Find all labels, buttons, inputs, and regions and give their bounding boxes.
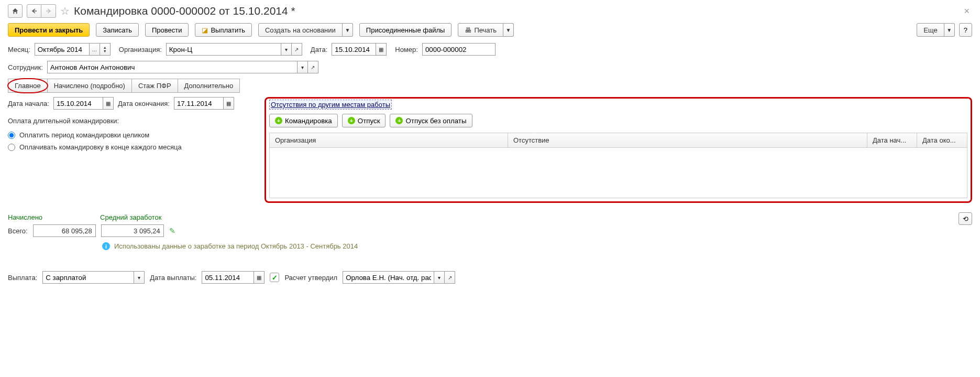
create-based-on-button[interactable]: Создать на основании ▼ [258,23,353,37]
open-icon[interactable]: ↗ [292,43,302,56]
other-absences-panel: Отсутствия по другим местам работы + Ком… [265,97,972,203]
add-trip-button[interactable]: + Командировка [269,114,338,127]
spinner-icon[interactable]: ▲▼ [100,43,111,56]
refresh-button[interactable]: ⟲ [959,212,972,225]
open-icon[interactable]: ↗ [445,271,455,284]
tab-extra[interactable]: Дополнительно [178,79,240,93]
star-icon[interactable]: ☆ [60,5,70,17]
command-bar: Провести и закрыть Записать Провести ◪ В… [8,23,972,37]
table-body[interactable] [270,148,967,198]
help-button[interactable]: ? [959,23,972,37]
end-date-label: Дата окончания: [118,100,170,107]
date-input[interactable] [332,43,376,56]
printer-icon: 🖶 [465,26,471,34]
tab-main[interactable]: Главное [8,79,48,93]
post-and-close-button[interactable]: Провести и закрыть [8,23,90,37]
accrued-header: Начислено [8,213,42,221]
left-column: Дата начала: ▦ Дата окончания: ▦ Оплата … [8,97,257,155]
month-label: Месяц: [8,46,30,53]
radio-pay-monthly[interactable]: Оплачивать командировку в конце каждого … [8,143,257,151]
chevron-down-icon[interactable]: ▾ [134,271,145,284]
avg-header: Средний заработок [100,213,161,221]
open-icon[interactable]: ↗ [308,61,318,73]
arrow-right-icon [46,8,52,14]
plus-icon: + [395,117,403,124]
approver-input[interactable] [343,271,434,284]
end-date-input[interactable] [174,97,224,110]
tab-bar: Главное Начислено (подробно) Стаж ПФР До… [8,79,972,93]
title-bar: ☆ Командировка 0000-000002 от 15.10.2014… [8,4,972,18]
add-unpaid-button[interactable]: + Отпуск без оплаты [390,114,472,127]
header-row-2: Сотрудник: ▾ ↗ [8,61,972,73]
calendar-icon[interactable]: ▦ [224,97,234,110]
close-icon[interactable]: × [964,6,972,17]
chevron-down-icon[interactable]: ▾ [434,271,445,284]
post-button[interactable]: Провести [145,23,189,37]
other-absences-link[interactable]: Отсутствия по другим местам работы [269,100,392,110]
total-label: Всего: [8,227,28,235]
more-button[interactable]: Еще ▼ [917,23,954,37]
chevron-down-icon[interactable]: ▼ [944,23,955,37]
add-vacation-button[interactable]: + Отпуск [342,114,386,127]
totals-section: ⟲ Начислено Средний заработок Всего: 68 … [8,213,972,250]
total-value: 68 095,28 [33,224,96,237]
col-end: Дата око... [917,133,967,147]
employee-input[interactable] [47,61,298,73]
calendar-icon[interactable]: ▦ [254,271,265,284]
start-date-label: Дата начала: [8,100,49,107]
pay-button[interactable]: ◪ Выплатить [195,23,252,37]
plus-icon: + [348,117,355,124]
bottom-row: Выплата: ▾ Дата выплаты: ▦ ✓ Расчет утве… [8,271,972,284]
page-title: Командировка 0000-000002 от 15.10.2014 * [74,5,295,17]
number-label: Номер: [395,46,418,53]
calendar-icon[interactable]: ▦ [103,97,114,110]
chevron-down-icon[interactable]: ▼ [503,23,514,37]
chevron-down-icon[interactable]: ▾ [298,61,308,73]
avg-value: 3 095,24 [101,224,164,237]
chevron-down-icon[interactable]: ▼ [343,23,353,37]
payout-date-label: Дата выплаты: [150,274,196,282]
info-icon: i [102,242,110,250]
info-text: Использованы данные о заработке за перио… [114,242,358,250]
payout-date-input[interactable] [202,271,254,284]
date-label: Дата: [311,46,327,53]
chevron-down-icon[interactable]: ▾ [281,43,292,56]
forward-button[interactable] [41,4,56,18]
attachments-button[interactable]: Присоединенные файлы [359,23,452,37]
home-icon [12,7,19,15]
col-start: Дата нач... [867,133,917,147]
home-button[interactable] [8,4,23,18]
col-absence: Отсутствие [508,133,867,147]
tab-pension[interactable]: Стаж ПФР [132,79,178,93]
month-input[interactable] [35,43,90,56]
long-trip-label: Оплата длительной командировки: [8,117,257,125]
save-button[interactable]: Записать [96,23,139,37]
approved-checkbox[interactable]: ✓ [270,273,279,282]
payment-radio-group: Оплатить период командировки целиком Опл… [8,131,257,151]
back-button[interactable] [27,4,41,18]
tab-accrued[interactable]: Начислено (подробно) [48,79,132,93]
col-org: Организация [270,133,508,147]
absences-table: Организация Отсутствие Дата нач... Дата … [269,133,967,198]
plus-icon: + [275,117,282,124]
org-input[interactable] [166,43,281,56]
start-date-input[interactable] [53,97,103,110]
employee-label: Сотрудник: [8,63,43,71]
payout-label: Выплата: [8,274,37,282]
header-row-1: Месяц: … ▲▼ Организация: ▾ ↗ Дата: ▦ Ном… [8,43,972,56]
radio-pay-whole[interactable]: Оплатить период командировки целиком [8,131,257,139]
refresh-icon: ⟲ [963,215,968,223]
print-button[interactable]: 🖶 Печать ▼ [458,23,514,37]
number-input[interactable] [422,43,495,56]
arrow-left-icon [31,8,37,14]
payout-input[interactable] [42,271,134,284]
calendar-icon[interactable]: ▦ [376,43,387,56]
pay-icon: ◪ [202,26,208,34]
approved-label: Расчет утвердил [284,274,337,282]
org-label: Организация: [119,46,162,53]
pencil-icon[interactable]: ✎ [169,227,175,235]
ellipsis-icon[interactable]: … [90,43,100,56]
